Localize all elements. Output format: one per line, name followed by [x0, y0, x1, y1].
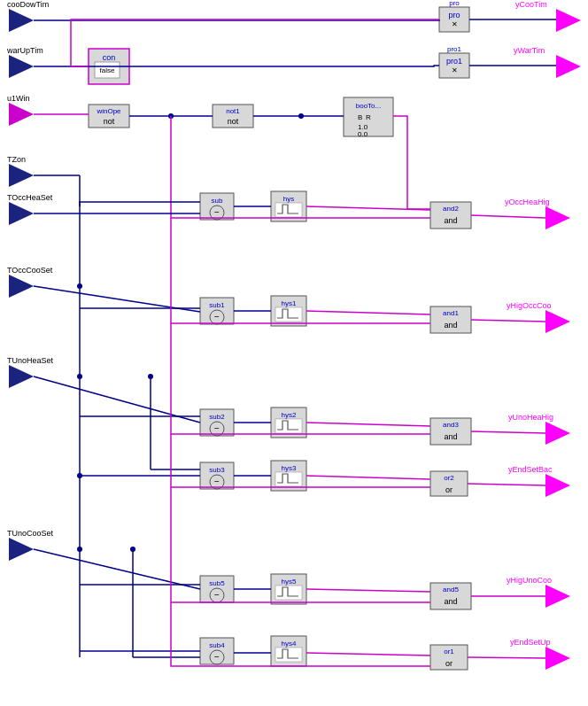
svg-line-64 [306, 311, 430, 314]
svg-point-62 [77, 283, 82, 289]
svg-text:and1: and1 [443, 309, 459, 317]
output-yOccHeaHig [545, 206, 570, 229]
svg-line-75 [468, 484, 545, 485]
label-yWarTim: yWarTim [514, 46, 545, 55]
svg-rect-27 [275, 307, 302, 322]
svg-text:not: not [104, 117, 115, 126]
svg-text:−: − [214, 312, 220, 322]
svg-line-65 [471, 320, 545, 322]
label-u1Win: u1Win [7, 94, 30, 103]
label-yUnoHeaHig: yUnoHeaHig [508, 413, 553, 422]
svg-text:or: or [445, 659, 453, 668]
svg-text:hys1: hys1 [282, 299, 297, 307]
output-yHigUnoCoo [545, 585, 570, 608]
svg-text:sub2: sub2 [209, 413, 225, 421]
label-TOccCooSet: TOccCooSet [7, 266, 53, 275]
svg-text:−: − [214, 423, 220, 433]
output-yUnoHeaHig [545, 422, 570, 445]
svg-text:and2: and2 [443, 205, 459, 213]
svg-rect-34 [275, 419, 302, 433]
svg-text:✕: ✕ [452, 66, 458, 74]
svg-line-79 [306, 589, 430, 592]
input-TUnoHeaSet [9, 365, 34, 388]
svg-text:not: not [228, 117, 239, 126]
label-yHigOccCoo: yHigOccCoo [507, 301, 552, 310]
svg-text:and: and [444, 432, 457, 441]
svg-text:and: and [444, 216, 457, 225]
svg-rect-41 [275, 472, 302, 486]
svg-text:not1: not1 [226, 107, 240, 115]
svg-text:0.0: 0.0 [358, 130, 368, 138]
svg-text:−: − [214, 207, 220, 217]
svg-text:hys: hys [283, 195, 294, 203]
input-TUnoCooSet [9, 538, 34, 561]
svg-line-83 [306, 653, 430, 656]
svg-text:or2: or2 [444, 474, 454, 482]
label-yEndSetBac: yEndSetBac [508, 465, 553, 474]
svg-line-70 [471, 431, 545, 433]
output-yEndSetBac [545, 474, 570, 497]
svg-point-77 [77, 547, 82, 552]
label-TUnoHeaSet: TUnoHeaSet [7, 356, 54, 365]
label-TZon: TZon [7, 155, 26, 164]
label-warUpTim: warUpTim [6, 46, 43, 55]
svg-text:hys5: hys5 [282, 578, 297, 586]
svg-text:hys3: hys3 [282, 464, 297, 472]
label-TUnoCooSet: TUnoCooSet [7, 529, 54, 538]
label-yHigUnoCoo: yHigUnoCoo [507, 576, 552, 585]
svg-text:con: con [103, 53, 116, 62]
svg-text:sub4: sub4 [209, 641, 225, 649]
diagram: con false pro ✕ pro1 ✕ winOpe not not1 n… [0, 0, 588, 706]
output-yWarTim [556, 55, 581, 78]
svg-rect-55 [275, 648, 302, 662]
svg-text:booTo...: booTo... [356, 102, 381, 110]
input-TOccCooSet [9, 275, 34, 298]
svg-text:−: − [214, 590, 220, 600]
svg-text:sub: sub [212, 197, 223, 205]
svg-point-81 [130, 547, 135, 552]
svg-text:sub1: sub1 [209, 301, 225, 309]
svg-text:sub3: sub3 [209, 466, 225, 474]
label-yOccHeaHig: yOccHeaHig [505, 198, 550, 206]
svg-point-72 [148, 374, 153, 379]
svg-rect-20 [275, 203, 302, 217]
wire-and2-out [471, 215, 545, 218]
svg-line-69 [306, 423, 430, 426]
svg-text:hys4: hys4 [282, 640, 297, 648]
label-yCooTim: yCooTim [515, 0, 547, 9]
svg-line-76 [34, 549, 200, 589]
svg-line-74 [306, 476, 430, 479]
svg-point-71 [77, 473, 82, 478]
label-TOccHeaSet: TOccHeaSet [7, 193, 53, 202]
svg-text:winOpe: winOpe [96, 107, 121, 115]
svg-text:R: R [366, 113, 371, 121]
svg-text:pro1: pro1 [446, 57, 462, 66]
svg-text:and: and [444, 597, 457, 606]
wire-booTo-and2 [393, 116, 430, 209]
input-cooDowTim [9, 9, 34, 32]
output-yHigOccCoo [545, 310, 570, 333]
svg-line-84 [468, 657, 545, 658]
svg-rect-48 [275, 586, 302, 600]
svg-text:−: − [214, 477, 220, 486]
svg-text:hys2: hys2 [282, 411, 297, 419]
svg-line-66 [34, 376, 200, 423]
svg-text:and5: and5 [443, 586, 459, 594]
label-yEndSetUp: yEndSetUp [510, 638, 551, 647]
label-pro1-top: pro1 [447, 45, 462, 53]
input-TZon [9, 164, 34, 187]
input-u1Win [9, 103, 34, 126]
svg-text:pro: pro [448, 11, 460, 19]
svg-text:false: false [100, 66, 115, 74]
label-cooDowTim: cooDowTim [7, 0, 49, 9]
svg-text:sub5: sub5 [209, 579, 225, 587]
svg-text:and3: and3 [443, 421, 459, 429]
svg-point-67 [77, 374, 82, 379]
wire-hys-and2 [306, 206, 430, 210]
output-yEndSetUp [545, 647, 570, 670]
svg-text:and: and [444, 321, 457, 330]
wire-TZon-sub [80, 202, 200, 206]
svg-text:✕: ✕ [452, 20, 458, 28]
svg-text:or1: or1 [444, 648, 454, 656]
output-yCooTim [556, 9, 581, 32]
